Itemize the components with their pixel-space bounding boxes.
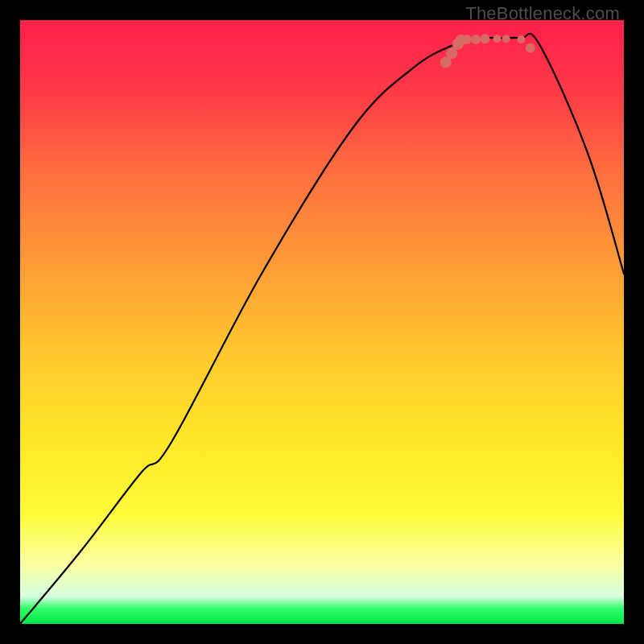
marker-dot bbox=[526, 43, 535, 53]
marker-dot bbox=[493, 35, 502, 43]
marker-dot bbox=[481, 34, 490, 43]
marker-dot bbox=[462, 35, 472, 44]
chart-frame bbox=[20, 20, 624, 624]
marker-dot bbox=[471, 35, 481, 44]
marker-dot bbox=[502, 35, 510, 43]
bottleneck-chart bbox=[20, 20, 624, 624]
marker-dot bbox=[518, 35, 526, 43]
gradient-background bbox=[20, 20, 624, 624]
